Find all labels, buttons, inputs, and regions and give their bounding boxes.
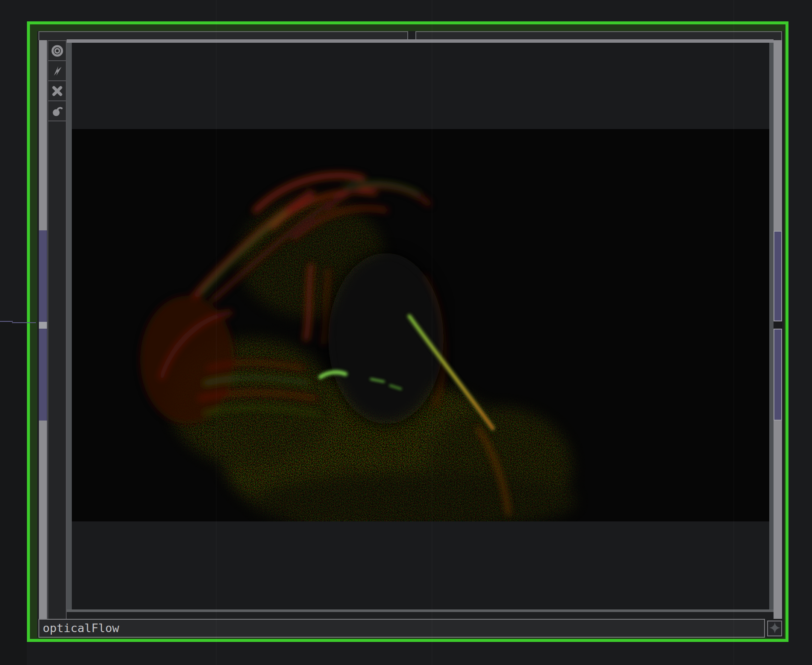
input-wire[interactable]: [0, 321, 13, 322]
node-top-rail-left: [38, 31, 408, 40]
four-point-star-icon: [768, 621, 781, 636]
lock-flag-button[interactable]: [48, 101, 66, 121]
input-wire[interactable]: [12, 322, 36, 323]
node-body: opticalFlow: [37, 31, 784, 638]
background-shade: [0, 322, 27, 665]
viewer-flag-button[interactable]: [48, 41, 66, 61]
output-connector-1[interactable]: [774, 231, 782, 321]
input-connector-1[interactable]: [39, 230, 47, 322]
ring-icon: [51, 44, 64, 57]
viewer-frame-top: [67, 39, 774, 43]
output-connector-2[interactable]: [774, 329, 782, 421]
node-selection-border: opticalFlow: [30, 24, 786, 639]
lightning-icon: [51, 65, 64, 77]
output-connector-gap: [774, 321, 782, 329]
viewer-frame-bottom: [67, 609, 774, 612]
open-padlock-icon: [51, 105, 64, 118]
wire-attach-point[interactable]: [39, 322, 47, 329]
node-opticalflow[interactable]: opticalFlow: [27, 21, 788, 642]
node-top-rail-right: [415, 31, 782, 40]
network-editor-background[interactable]: opticalFlow: [0, 0, 812, 665]
node-viewer[interactable]: [72, 43, 769, 609]
x-icon: [51, 85, 64, 97]
cross-flag-button[interactable]: [48, 81, 66, 101]
bypass-flag-button[interactable]: [48, 61, 66, 81]
node-name-field[interactable]: opticalFlow: [38, 619, 765, 638]
input-connector-2[interactable]: [39, 329, 47, 421]
comment-button[interactable]: [767, 621, 782, 636]
viewer-frame-left: [67, 43, 72, 612]
optical-flow-image: [72, 129, 769, 521]
node-flag-column: [47, 40, 67, 619]
viewer-frame-right: [769, 43, 774, 612]
